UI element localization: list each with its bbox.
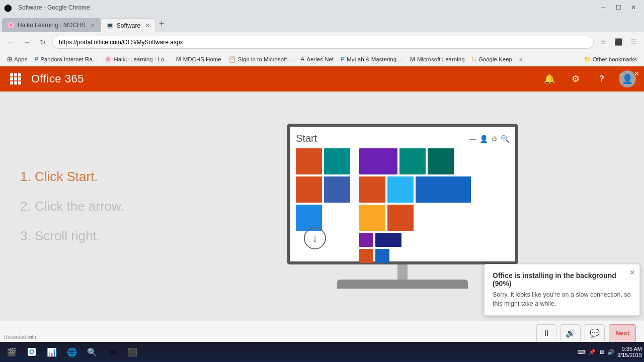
chrome-logo: ⬤ bbox=[4, 4, 12, 12]
modal-close-button[interactable]: ✕ bbox=[629, 66, 644, 80]
search-icon: 🔍 bbox=[87, 347, 97, 357]
bookmark-mdchs[interactable]: M MDCHS Home bbox=[173, 55, 224, 64]
tile-orange4 bbox=[387, 205, 414, 231]
taskbar-office[interactable]: ⬛ bbox=[123, 343, 142, 360]
tab-label-haiku: Haiku Learning : MDCHS bbox=[18, 22, 86, 29]
office-icon: ⬛ bbox=[127, 347, 137, 357]
tab-close-software[interactable]: ✕ bbox=[145, 23, 149, 28]
taskbar-ie[interactable]: 🌐 bbox=[62, 343, 82, 360]
tile-teal bbox=[324, 148, 350, 174]
bookmark-microsoft-label: Sign in to Microsoft ... bbox=[238, 56, 294, 62]
keyboard-icon: ⌨ bbox=[578, 349, 586, 355]
new-tab-button[interactable]: + bbox=[156, 19, 168, 29]
notification-close-button[interactable]: ✕ bbox=[629, 268, 635, 277]
app-launcher-button[interactable] bbox=[8, 71, 23, 86]
taskbar-datetime: 9:35 AM 9/15/2015 bbox=[617, 346, 642, 358]
browser-title: Software - Google Chrome bbox=[18, 4, 90, 11]
tab-software[interactable]: 💻 Software ✕ bbox=[101, 18, 156, 32]
minimize-button[interactable]: ─ bbox=[597, 2, 610, 13]
monitor-neck bbox=[397, 264, 408, 280]
taskbar-time-display: 9:35 AM bbox=[617, 346, 642, 352]
tab-haiku[interactable]: 🌸 Haiku Learning : MDCHS ✕ bbox=[2, 18, 101, 32]
tile-orange2 bbox=[296, 176, 322, 203]
bookmark-microsoft-signin[interactable]: 📋 Sign in to Microsoft ... bbox=[225, 55, 297, 64]
outlook-icon: O bbox=[28, 348, 35, 356]
apps-bookmark-icon: ⊞ bbox=[7, 56, 12, 63]
tab-label-software: Software bbox=[117, 22, 140, 29]
tutorial-steps: 1. Click Start. 2. Click the arrow. 3. S… bbox=[20, 169, 161, 244]
bookmark-gkeep-label: Google Keep bbox=[478, 56, 512, 62]
taskbar-screencast[interactable]: 🎬 bbox=[2, 343, 21, 360]
bookmark-haiku-label: Haiku Learning : Lo... bbox=[114, 56, 169, 62]
volume-button[interactable]: 🔊 bbox=[560, 324, 581, 342]
pause-icon: ⏸ bbox=[542, 329, 550, 338]
other-bookmarks[interactable]: 📁 Other bookmarks bbox=[581, 55, 640, 64]
taskbar-excel[interactable]: 📊 bbox=[42, 343, 61, 360]
modal-minimize-button[interactable]: ─ bbox=[614, 66, 629, 80]
back-button[interactable]: ← bbox=[4, 36, 17, 49]
bookmark-pandora[interactable]: P Pandora Internet Ra... bbox=[31, 55, 100, 64]
bookmark-aeries[interactable]: A Aeries.Net bbox=[297, 55, 337, 64]
maximize-button[interactable]: ☐ bbox=[612, 2, 625, 13]
taskbar-mail[interactable]: ✉ bbox=[103, 343, 122, 360]
tile-sm-purple bbox=[359, 233, 373, 247]
tutorial-toolbar: ⏸ 🔊 💬 Next bbox=[0, 321, 644, 345]
close-button[interactable]: ✕ bbox=[627, 2, 640, 13]
folder-icon: 📁 bbox=[584, 56, 591, 63]
tile-yellow bbox=[359, 205, 385, 231]
recorded-with-label: Recorded with bbox=[4, 334, 36, 340]
bookmark-ms-learning[interactable]: M Microsoft Learning bbox=[407, 55, 468, 64]
down-arrow-icon: ↓ bbox=[304, 227, 326, 249]
tile-blue bbox=[324, 176, 350, 203]
step-2: 2. Click the arrow. bbox=[20, 199, 161, 214]
taskbar-system-tray: ⌨ 📌 🖥 🔊 9:35 AM 9/15/2015 bbox=[578, 346, 642, 358]
reload-button[interactable]: ↻ bbox=[36, 36, 49, 49]
arrow-symbol: ↓ bbox=[312, 232, 318, 245]
screencast-icon: 🎬 bbox=[7, 347, 17, 357]
menu-button[interactable]: ☰ bbox=[627, 36, 640, 49]
other-bookmarks-label: Other bookmarks bbox=[593, 56, 637, 62]
tile-sm-blue bbox=[375, 249, 389, 263]
aeries-icon: A bbox=[300, 56, 304, 63]
tab-close-haiku[interactable]: ✕ bbox=[91, 23, 95, 28]
address-input[interactable] bbox=[52, 36, 594, 49]
tile-dark-green bbox=[428, 148, 454, 174]
tab-favicon-haiku: 🌸 bbox=[7, 22, 15, 29]
pandora-icon: P bbox=[34, 56, 38, 63]
taskbar-outlook[interactable]: O bbox=[22, 343, 41, 360]
step-1: 1. Click Start. bbox=[20, 169, 161, 185]
gkeep-icon: G bbox=[472, 56, 476, 63]
tile-orange3 bbox=[359, 176, 385, 203]
excel-icon: 📊 bbox=[47, 347, 57, 357]
taskbar-search[interactable]: 🔍 bbox=[83, 343, 102, 360]
help-button[interactable]: ? bbox=[593, 70, 611, 88]
forward-button[interactable]: → bbox=[20, 36, 33, 49]
caption-button[interactable]: 💬 bbox=[585, 324, 605, 342]
monitor-icons: —👤⚙🔍 bbox=[469, 135, 509, 143]
bookmark-gkeep[interactable]: G Google Keep bbox=[469, 55, 515, 64]
monitor-base bbox=[337, 280, 468, 289]
cast-button[interactable]: ⬛ bbox=[612, 36, 625, 49]
mylab-icon: P bbox=[341, 56, 345, 63]
ie-icon: 🌐 bbox=[67, 347, 77, 357]
pause-button[interactable]: ⏸ bbox=[536, 324, 556, 342]
settings-button[interactable]: ⚙ bbox=[567, 70, 585, 88]
taskbar-date-display: 9/15/2015 bbox=[617, 352, 642, 358]
pin-icon: 📌 bbox=[589, 349, 596, 355]
tile-purple bbox=[359, 148, 397, 174]
tile-sm-darkblue bbox=[375, 233, 401, 247]
notification-body: Sorry, it looks like you're on a slow co… bbox=[493, 291, 631, 308]
notifications-button[interactable]: 🔔 bbox=[540, 70, 558, 88]
tile-dark-teal bbox=[399, 148, 426, 174]
bookmark-star-button[interactable]: ☆ bbox=[597, 36, 610, 49]
gear-icon: ⚙ bbox=[572, 73, 580, 84]
notification-title: Office is installing in the background (… bbox=[493, 272, 631, 288]
bookmark-apps[interactable]: ⊞ Apps bbox=[4, 55, 30, 64]
bookmark-haiku[interactable]: 🌸 Haiku Learning : Lo... bbox=[101, 55, 172, 64]
next-button[interactable]: Next bbox=[609, 324, 636, 342]
bookmarks-more-button[interactable]: » bbox=[517, 55, 525, 64]
bookmark-apps-label: Apps bbox=[14, 56, 27, 62]
tile-big-blue bbox=[416, 176, 471, 203]
bookmark-mylab[interactable]: P MyLab & Mastering ... bbox=[338, 55, 406, 64]
start-label: Start bbox=[296, 133, 317, 144]
